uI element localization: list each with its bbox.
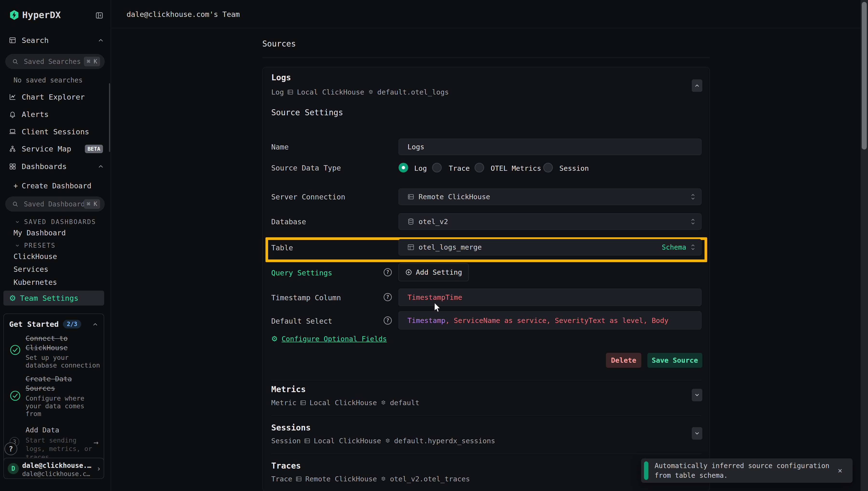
progress-badge: 2/3: [63, 320, 81, 328]
toast-message-line1: Automatically inferred source configurat…: [655, 462, 830, 470]
avatar: D: [8, 463, 19, 474]
create-dashboard-button[interactable]: + Create Dashboard: [13, 180, 105, 191]
group-presets[interactable]: PRESETS: [14, 240, 101, 251]
saved-dashboards-input[interactable]: Saved Dashboards ⌘ K: [5, 197, 104, 211]
chevron-up-icon[interactable]: [92, 321, 98, 327]
save-source-button[interactable]: Save Source: [648, 353, 702, 368]
saved-searches-input[interactable]: Saved Searches ⌘ K: [5, 54, 104, 69]
group-heading: PRESETS: [24, 242, 56, 249]
sidebar-item-service-map[interactable]: Service Map BETA: [9, 144, 105, 154]
search-icon: [12, 58, 19, 65]
close-icon[interactable]: ✕: [838, 466, 842, 474]
default-select-value-tail: , ServiceName as service, SeverityText a…: [445, 316, 668, 325]
expand-metrics-button[interactable]: [692, 389, 702, 401]
circle-plus-icon: [405, 269, 412, 276]
radio-otel-metrics-label[interactable]: OTEL Metrics: [491, 164, 541, 172]
table-icon: [9, 36, 17, 44]
app-root: HyperDX Search Saved Searches ⌘ K No sav…: [0, 0, 868, 491]
brand-title: HyperDX: [22, 10, 61, 20]
table-path-label: default.hyperdx_sessions: [394, 437, 495, 445]
check-circle-icon: [10, 344, 21, 355]
check-circle-icon: [10, 390, 21, 401]
server-connection-value: Remote ClickHouse: [419, 193, 490, 201]
collapse-logs-button[interactable]: [692, 79, 702, 92]
radio-trace-label[interactable]: Trace: [449, 164, 470, 172]
select-chevrons-icon: [690, 243, 696, 251]
name-input[interactable]: Logs: [398, 139, 701, 155]
expand-sessions-button[interactable]: [692, 427, 702, 440]
sessions-meta: Session Local ClickHouse default.hyperdx…: [271, 437, 495, 445]
metrics-section-title: Metrics: [271, 384, 306, 394]
hyperdx-logo-icon: [9, 9, 20, 21]
saved-searches-placeholder: Saved Searches: [24, 58, 81, 66]
table-select[interactable]: otel_logs_merge Schema: [398, 239, 701, 255]
step-title[interactable]: Add Data: [26, 426, 59, 434]
sessions-section-title: Sessions: [271, 423, 311, 432]
group-saved-dashboards[interactable]: SAVED DASHBOARDS: [14, 216, 101, 227]
configure-optional-fields-link[interactable]: ⚙ Configure Optional Fields: [271, 335, 387, 343]
add-setting-button[interactable]: Add Setting: [398, 263, 469, 281]
cmd-k-shortcut: ⌘ K: [84, 57, 100, 66]
select-chevrons-icon: [690, 218, 696, 226]
sidebar-item-services-preset[interactable]: Services: [13, 264, 100, 275]
database-select[interactable]: otel_v2: [398, 213, 701, 230]
grid-icon: [9, 163, 17, 170]
table-path-label: otel_v2.otel_traces: [390, 475, 470, 483]
beta-badge: BETA: [85, 145, 103, 153]
sidebar-item-dashboards[interactable]: Dashboards: [9, 161, 105, 172]
layers-icon: [384, 437, 391, 444]
step-desc: Configure where your data comes from: [26, 395, 103, 418]
radio-trace[interactable]: [432, 163, 442, 172]
server-connection-label: Server Connection: [271, 193, 345, 201]
sidebar-item-kubernetes-preset[interactable]: Kubernetes: [13, 277, 100, 287]
sidebar-scrollbar-thumb[interactable]: [109, 83, 110, 152]
server-icon: [407, 193, 415, 201]
delete-button[interactable]: Delete: [606, 353, 641, 368]
sidebar-section-search[interactable]: Search: [9, 35, 105, 46]
sidebar-item-label: Alerts: [22, 110, 49, 119]
chevron-down-icon: [14, 242, 20, 249]
step-title[interactable]: Connect to ClickHouse: [26, 334, 103, 353]
sidebar-item-clickhouse-preset[interactable]: ClickHouse: [13, 251, 100, 262]
server-connection-select[interactable]: Remote ClickHouse: [398, 189, 701, 205]
user-menu[interactable]: D dale@clickhouse.… dale@clickhouse.c… ›: [3, 458, 104, 479]
arrow-right-icon[interactable]: →: [94, 437, 98, 447]
radio-otel-metrics[interactable]: [475, 163, 484, 172]
chart-icon: [9, 93, 17, 101]
toast-message-line2: from table schema.: [655, 471, 728, 480]
radio-log-label[interactable]: Log: [414, 164, 427, 172]
sidebar-item-client-sessions[interactable]: Client Sessions: [9, 126, 105, 137]
plus-icon: +: [13, 181, 18, 190]
radio-log[interactable]: [398, 163, 408, 172]
schema-link[interactable]: Schema: [662, 243, 686, 251]
radio-session[interactable]: [543, 163, 553, 172]
help-tooltip-icon[interactable]: ?: [384, 293, 392, 301]
source-type-label: Metric: [271, 399, 297, 407]
step-title[interactable]: Create Data Sources: [26, 374, 103, 393]
collapse-sidebar-icon[interactable]: [95, 11, 104, 20]
sidebar-item-my-dashboard[interactable]: My Dashboard: [13, 227, 100, 238]
chevron-up-icon[interactable]: [97, 163, 104, 170]
help-tooltip-icon[interactable]: ?: [384, 316, 392, 325]
server-icon: [299, 399, 307, 406]
sidebar-item-chart-explorer[interactable]: Chart Explorer: [9, 92, 105, 102]
source-type-label: Trace: [271, 475, 292, 483]
sidebar-item-team-settings[interactable]: ⚙ Team Settings: [3, 291, 104, 306]
chevron-up-icon[interactable]: [97, 37, 104, 44]
sidebar-item-label: Service Map: [22, 144, 71, 153]
sidebar-item-alerts[interactable]: Alerts: [9, 109, 105, 120]
scrollbar-thumb[interactable]: [862, 2, 867, 149]
table-label: Table: [271, 243, 293, 252]
optional-fields-label: Configure Optional Fields: [281, 335, 387, 343]
timestamp-column-label: Timestamp Column: [271, 293, 341, 302]
server-icon: [304, 437, 311, 444]
radio-session-label[interactable]: Session: [559, 164, 589, 172]
help-tooltip-icon[interactable]: ?: [384, 268, 392, 277]
logs-section-title: Logs: [271, 73, 291, 82]
table-icon: [407, 243, 415, 251]
default-select-input[interactable]: Timestamp, ServiceName as service, Sever…: [398, 311, 701, 329]
table-path-label: default: [390, 399, 419, 407]
search-icon: [12, 201, 19, 207]
chevron-right-icon: ›: [96, 464, 101, 473]
help-button[interactable]: ?: [4, 442, 18, 455]
